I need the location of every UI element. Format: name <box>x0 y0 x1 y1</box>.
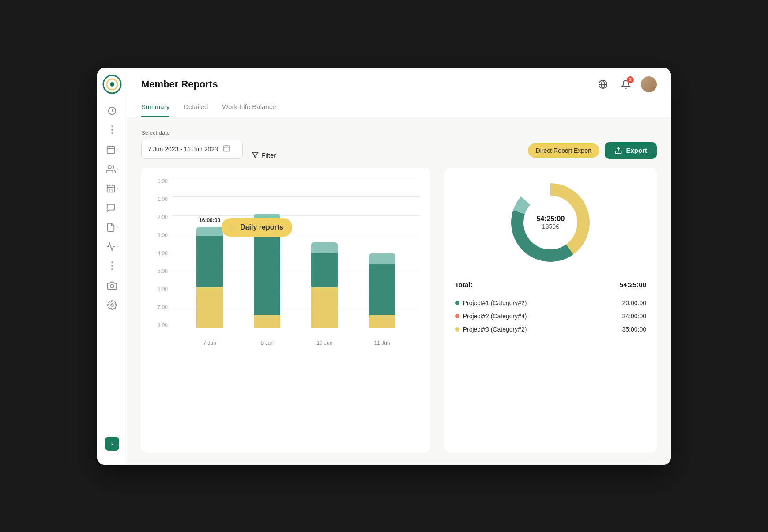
svg-rect-6 <box>107 185 115 192</box>
chart-summary-row: 8:00 7:00 6:00 5:00 4:00 3:00 2:00 1:00 … <box>141 168 657 453</box>
x-label-3: 10 Jun <box>311 340 338 346</box>
project-dot-2 <box>455 314 459 318</box>
x-labels: 7 Jun 8 Jun 10 Jun 11 Jun <box>172 340 420 346</box>
bar-chart: 8:00 7:00 6:00 5:00 4:00 3:00 2:00 1:00 … <box>152 178 420 346</box>
header: Member Reports 3 <box>127 68 671 117</box>
analytics-nav-icon[interactable]: › <box>104 239 120 255</box>
y-label-2: 2:00 <box>152 214 168 220</box>
project-dot-1 <box>455 301 459 305</box>
bar-segment-teal-1 <box>196 236 223 287</box>
sidebar-more-1[interactable]: ••• <box>104 122 120 138</box>
x-label-2: 8 Jun <box>254 340 280 346</box>
stacked-bar-1 <box>196 227 223 328</box>
settings-nav-icon[interactable] <box>104 297 120 313</box>
tab-detailed[interactable]: Detailed <box>184 99 208 117</box>
project-list: Project#1 (Category#2) 20:00:00 Project#… <box>455 299 646 333</box>
bar-segment-light-teal-4 <box>369 253 395 264</box>
filter-label: Filter <box>261 151 276 159</box>
date-label: Select date <box>141 129 243 136</box>
filter-button[interactable]: Filter <box>252 151 276 159</box>
y-label-8: 8:00 <box>152 322 168 328</box>
sidebar-expand-button[interactable]: › <box>105 437 119 451</box>
project-name-2: Project#2 (Category#4) <box>463 313 527 320</box>
bar-segment-yellow-3 <box>311 287 338 328</box>
donut-chart: 54:25:00 1350€ <box>506 178 595 267</box>
y-label-0: 0:00 <box>152 178 168 185</box>
notification-button[interactable]: 3 <box>618 76 634 92</box>
sidebar-more-2[interactable]: ••• <box>104 258 120 274</box>
svg-point-8 <box>111 304 113 306</box>
total-label: Total: <box>455 281 473 288</box>
calendar-nav-icon[interactable]: › <box>104 142 120 158</box>
y-label-4: 4:00 <box>152 250 168 257</box>
avatar[interactable] <box>641 76 657 92</box>
x-label-1: 7 Jun <box>196 340 223 346</box>
project-left-3: Project#3 (Category#2) <box>455 326 527 333</box>
project-item-2: Project#2 (Category#4) 34:00:00 <box>455 313 646 320</box>
export-button[interactable]: Export <box>605 142 657 159</box>
clock-nav-icon[interactable] <box>104 103 120 119</box>
y-label-3: 3:00 <box>152 232 168 238</box>
controls-row: Select date 7 Jun 2023 - 11 Jun 2023 <box>141 129 657 159</box>
bar-segment-yellow-1 <box>196 287 223 328</box>
y-label-5: 5:00 <box>152 268 168 274</box>
total-value: 54:25:00 <box>620 281 646 288</box>
stacked-bar-3 <box>311 242 338 328</box>
bar-segment-teal-4 <box>369 264 395 315</box>
summary-container: 54:25:00 1350€ Total: 54:25:00 <box>444 168 657 453</box>
svg-rect-10 <box>223 146 230 151</box>
header-top: Member Reports 3 <box>141 76 657 92</box>
summary-total: Total: 54:25:00 <box>455 275 646 294</box>
tab-summary[interactable]: Summary <box>141 99 169 117</box>
tabs: Summary Detailed Work-Life Balance <box>141 99 657 117</box>
x-label-4: 11 Jun <box>369 340 395 346</box>
donut-time: 54:25:00 <box>536 215 565 223</box>
chart-area: 16:00:00 — <box>172 178 420 328</box>
chart-container: 8:00 7:00 6:00 5:00 4:00 3:00 2:00 1:00 … <box>141 168 430 453</box>
document-nav-icon[interactable]: › <box>104 219 120 235</box>
messages-nav-icon[interactable]: › <box>104 200 120 216</box>
bar-segment-teal-3 <box>311 253 338 287</box>
globe-button[interactable] <box>595 76 611 92</box>
bar-group-4[interactable]: — <box>369 244 395 328</box>
schedule-nav-icon[interactable]: › <box>104 181 120 196</box>
bar-segment-light-teal-1 <box>196 227 223 236</box>
date-value: 7 Jun 2023 - 11 Jun 2023 <box>148 146 218 153</box>
svg-point-7 <box>110 284 113 287</box>
project-time-3: 35:00:00 <box>622 326 647 333</box>
date-input[interactable]: 7 Jun 2023 - 11 Jun 2023 <box>141 140 243 159</box>
bar-group-3[interactable]: — <box>311 233 338 328</box>
project-dot-3 <box>455 327 459 332</box>
project-name-1: Project#1 (Category#2) <box>463 299 527 306</box>
bars-wrapper: 16:00:00 — <box>172 178 420 328</box>
tab-worklife[interactable]: Work-Life Balance <box>222 99 276 117</box>
bar-segment-teal-2 <box>254 231 280 315</box>
svg-point-5 <box>108 165 111 168</box>
header-actions: 3 <box>595 76 657 92</box>
y-label-6: 6:00 <box>152 286 168 292</box>
project-left-1: Project#1 (Category#2) <box>455 299 527 306</box>
sidebar: ••• › › › › <box>97 68 127 465</box>
logo[interactable] <box>102 75 122 94</box>
export-label: Export <box>626 147 647 154</box>
camera-nav-icon[interactable] <box>104 278 120 294</box>
notification-badge: 3 <box>627 76 634 83</box>
svg-rect-4 <box>107 146 115 153</box>
page-title: Member Reports <box>141 79 218 90</box>
bar-segment-yellow-2 <box>254 315 280 328</box>
main-content: Member Reports 3 <box>127 68 671 465</box>
app-window: ••• › › › › <box>97 68 671 465</box>
daily-reports-label: Daily reports <box>240 223 283 231</box>
project-time-1: 20:00:00 <box>622 299 647 306</box>
team-nav-icon[interactable]: › <box>104 161 120 177</box>
bar-group-1[interactable]: 16:00:00 <box>196 217 223 328</box>
bar-segment-light-teal-3 <box>311 242 338 253</box>
daily-reports-tooltip: ▶ Daily reports <box>222 218 292 237</box>
svg-marker-11 <box>252 152 258 158</box>
project-item-1: Project#1 (Category#2) 20:00:00 <box>455 299 646 306</box>
bar-label-top-1: 16:00:00 <box>199 217 220 223</box>
bar-segment-yellow-4 <box>369 315 395 328</box>
stacked-bar-4 <box>369 253 395 328</box>
project-time-2: 34:00:00 <box>622 313 647 320</box>
donut-amount: 1350€ <box>536 223 565 230</box>
